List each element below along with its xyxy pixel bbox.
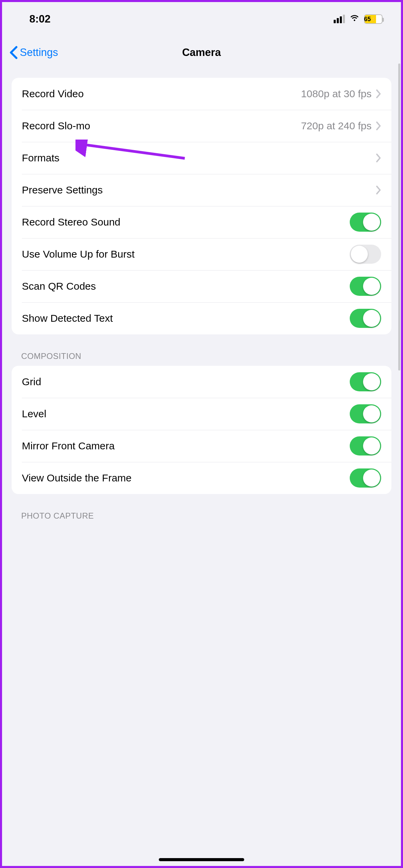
row-value: 720p at 240 fps — [301, 120, 372, 132]
battery-icon: 65⚡ — [364, 14, 383, 24]
group-header: COMPOSITION — [2, 334, 401, 366]
row-label: Scan QR Codes — [22, 280, 96, 292]
row-label: Show Detected Text — [22, 313, 113, 324]
chevron-left-icon — [9, 46, 18, 59]
row-label: Record Video — [22, 88, 84, 100]
settings-group: Record Video1080p at 30 fpsRecord Slo-mo… — [12, 78, 391, 334]
settings-content[interactable]: Record Video1080p at 30 fpsRecord Slo-mo… — [2, 69, 401, 866]
row-label: Formats — [22, 152, 59, 164]
preserve-settings-row[interactable]: Preserve Settings — [12, 174, 391, 206]
settings-group: GridLevelMirror Front CameraView Outside… — [12, 366, 391, 494]
mirror-front-camera-toggle[interactable] — [350, 436, 381, 455]
record-slomo-row[interactable]: Record Slo-mo720p at 240 fps — [12, 110, 391, 142]
record-stereo-sound-row[interactable]: Record Stereo Sound — [12, 206, 391, 238]
chevron-right-icon — [376, 89, 381, 99]
row-label: Preserve Settings — [22, 184, 103, 196]
row-label: Record Stereo Sound — [22, 216, 121, 228]
level-row[interactable]: Level — [12, 398, 391, 430]
scan-qr-codes-row[interactable]: Scan QR Codes — [12, 270, 391, 302]
row-label: View Outside the Frame — [22, 472, 131, 484]
battery-percent: 65 — [364, 16, 371, 23]
record-stereo-sound-toggle[interactable] — [350, 213, 381, 232]
row-label: Mirror Front Camera — [22, 440, 115, 452]
wifi-icon — [349, 13, 360, 26]
row-label: Grid — [22, 376, 41, 388]
mirror-front-camera-row[interactable]: Mirror Front Camera — [12, 430, 391, 462]
back-label: Settings — [20, 46, 58, 59]
group-header: PHOTO CAPTURE — [2, 494, 401, 525]
chevron-right-icon — [376, 153, 381, 163]
home-indicator — [159, 858, 244, 861]
row-label: Record Slo-mo — [22, 120, 90, 132]
row-label: Use Volume Up for Burst — [22, 248, 135, 260]
status-bar: 8:02 65⚡ — [2, 2, 401, 36]
show-detected-text-row[interactable]: Show Detected Text — [12, 302, 391, 334]
grid-row[interactable]: Grid — [12, 366, 391, 398]
row-value: 1080p at 30 fps — [301, 88, 372, 100]
page-title: Camera — [2, 46, 401, 59]
scroll-indicator[interactable] — [398, 63, 400, 371]
chevron-right-icon — [376, 185, 381, 195]
cellular-signal-icon — [334, 15, 345, 23]
back-button[interactable]: Settings — [9, 46, 58, 59]
volume-up-burst-toggle[interactable] — [350, 245, 381, 264]
show-detected-text-toggle[interactable] — [350, 309, 381, 328]
view-outside-frame-toggle[interactable] — [350, 468, 381, 488]
nav-bar: Settings Camera — [2, 36, 401, 69]
status-time: 8:02 — [29, 13, 51, 25]
chevron-right-icon — [376, 121, 381, 131]
formats-row[interactable]: Formats — [12, 142, 391, 174]
scan-qr-codes-toggle[interactable] — [350, 277, 381, 296]
record-video-row[interactable]: Record Video1080p at 30 fps — [12, 78, 391, 110]
level-toggle[interactable] — [350, 404, 381, 423]
volume-up-burst-row[interactable]: Use Volume Up for Burst — [12, 238, 391, 270]
row-label: Level — [22, 408, 46, 420]
grid-toggle[interactable] — [350, 372, 381, 391]
view-outside-frame-row[interactable]: View Outside the Frame — [12, 462, 391, 494]
